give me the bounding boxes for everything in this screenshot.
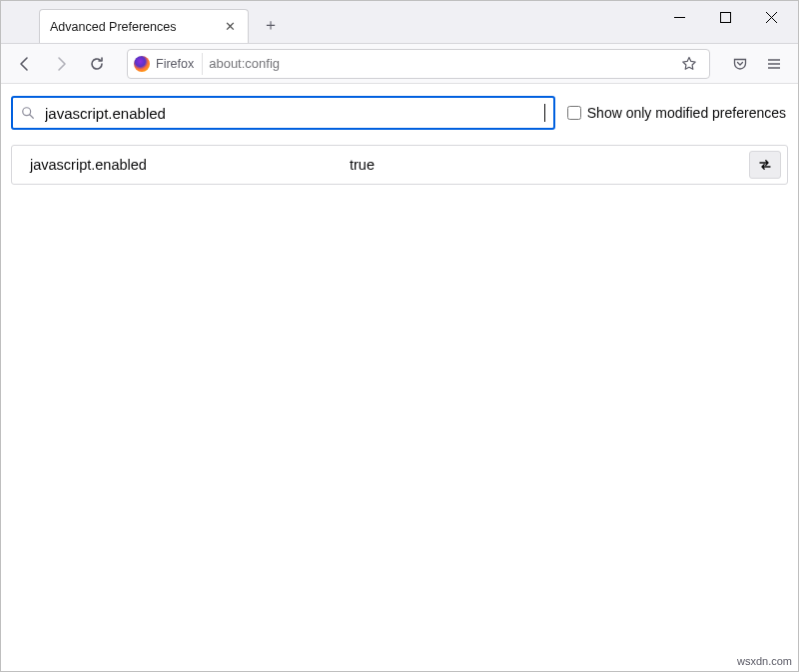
titlebar: Advanced Preferences ✕ ＋ [1, 1, 798, 44]
app-menu-button[interactable] [758, 48, 790, 80]
show-modified-checkbox[interactable] [567, 106, 581, 120]
tab-close-button[interactable]: ✕ [222, 19, 238, 34]
identity-box[interactable]: Firefox [134, 53, 203, 75]
bookmark-button[interactable] [675, 50, 703, 78]
pref-row[interactable]: javascript.enabled true [12, 146, 787, 184]
svg-rect-1 [720, 12, 730, 22]
plus-icon: ＋ [263, 15, 279, 36]
url-text: about:config [209, 56, 669, 71]
pref-value: true [350, 157, 749, 173]
hamburger-icon [766, 56, 782, 72]
close-icon [766, 12, 777, 23]
tab-active[interactable]: Advanced Preferences ✕ [39, 9, 249, 43]
nav-toolbar: Firefox about:config [1, 44, 798, 84]
pocket-icon [732, 56, 748, 72]
tab-strip: Advanced Preferences ✕ ＋ [1, 1, 285, 43]
watermark: wsxdn.com [737, 655, 792, 667]
reload-button[interactable] [81, 48, 113, 80]
text-caret [544, 104, 545, 122]
toolbar-tail [724, 48, 790, 80]
star-icon [681, 56, 697, 72]
search-input[interactable] [43, 104, 540, 123]
identity-label: Firefox [156, 57, 194, 71]
tab-title: Advanced Preferences [50, 20, 214, 34]
minimize-icon [674, 12, 685, 23]
search-icon [21, 106, 35, 120]
url-bar[interactable]: Firefox about:config [127, 49, 710, 79]
about-config-page: Show only modified preferences javascrip… [1, 85, 798, 651]
back-icon [17, 56, 33, 72]
search-row: Show only modified preferences [11, 95, 788, 131]
minimize-button[interactable] [656, 1, 702, 33]
show-modified-label: Show only modified preferences [587, 105, 786, 121]
urlbar-actions [675, 50, 703, 78]
svg-line-8 [30, 115, 34, 119]
new-tab-button[interactable]: ＋ [257, 11, 285, 39]
forward-button[interactable] [45, 48, 77, 80]
pref-table: javascript.enabled true [11, 145, 788, 185]
maximize-icon [720, 12, 731, 23]
back-button[interactable] [9, 48, 41, 80]
forward-icon [53, 56, 69, 72]
maximize-button[interactable] [702, 1, 748, 33]
firefox-logo-icon [134, 56, 150, 72]
reload-icon [89, 56, 105, 72]
search-box[interactable] [11, 96, 555, 130]
close-window-button[interactable] [748, 1, 794, 33]
pref-toggle-button[interactable] [749, 151, 781, 179]
show-modified-filter[interactable]: Show only modified preferences [567, 105, 788, 121]
window-controls [656, 1, 794, 33]
pocket-button[interactable] [724, 48, 756, 80]
pref-name: javascript.enabled [30, 157, 350, 173]
toggle-arrows-icon [757, 157, 773, 173]
